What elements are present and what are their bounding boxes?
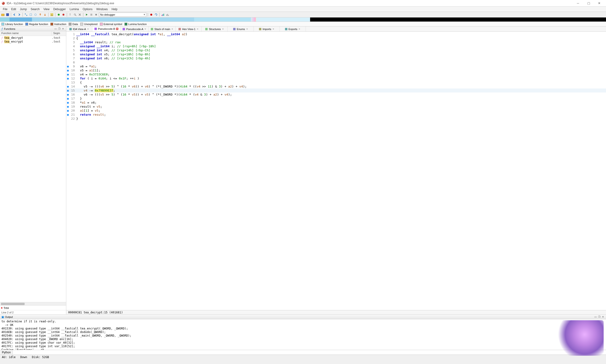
code-line[interactable]: 5 unsigned int v4; // [rsp+14h] [rbp-Ch]	[66, 48, 606, 52]
panel-close-icon[interactable]: ✕	[601, 315, 605, 319]
code-line[interactable]: ●14 v5 -= (((v6 >> 5) ^ (16 * v6)) + v6)…	[66, 84, 606, 89]
tab-ida-view-a[interactable]: IDA View-A✕	[66, 26, 92, 31]
breakpoint-gutter[interactable]	[66, 32, 70, 36]
code-line[interactable]: 1__int64 __fastcall tea_decrypt(unsigned…	[66, 32, 606, 36]
tab-close-icon[interactable]: ✕	[222, 28, 224, 30]
panel-window-icon[interactable]: ▭	[594, 315, 597, 319]
code-line[interactable]: ●19 result = v5;	[66, 104, 606, 109]
breakpoint-gutter[interactable]: ●	[66, 92, 70, 96]
output-command-input[interactable]	[13, 350, 606, 354]
menu-lumina[interactable]: Lumina	[68, 7, 81, 11]
tool1-icon[interactable]	[24, 13, 28, 16]
tab-hex-view-1[interactable]: Hex View-1✕	[176, 26, 202, 31]
functions-list[interactable]: 𝑓tea_decrypt.text𝑓tea_encrypt.text	[0, 36, 66, 302]
code-line[interactable]: 13 {	[66, 80, 606, 84]
code-line[interactable]: ●15 v4 -= 0x79B99E37;	[66, 89, 606, 92]
tab-close-icon[interactable]: ✕	[196, 28, 199, 30]
breakpoint-gutter[interactable]	[66, 52, 70, 56]
tab-pseudocode-b[interactable]: Pseudocode-B✕	[92, 26, 121, 32]
code-line[interactable]: 2{	[66, 36, 606, 40]
tab-close-icon[interactable]: ✕	[144, 28, 147, 30]
code-line[interactable]: ●11 v4 = 0x3733C6E0;	[66, 72, 606, 76]
minimize-button[interactable]: ─	[573, 0, 583, 7]
forward-icon[interactable]	[17, 13, 21, 16]
tab-exports[interactable]: Exports✕	[280, 26, 306, 31]
stop-icon[interactable]	[94, 13, 98, 16]
output-text[interactable]: to determine if it is read-only. -> OK 4…	[0, 319, 606, 350]
menu-view[interactable]: View	[41, 7, 51, 11]
tab-stack-of-main[interactable]: Stack of main✕	[149, 26, 176, 31]
menu-jump[interactable]: Jump	[18, 7, 29, 11]
breakpoint-gutter[interactable]	[66, 36, 70, 40]
breakpoint-gutter[interactable]: ●	[66, 72, 70, 76]
menu-debugger[interactable]: Debugger	[51, 7, 68, 11]
code-line[interactable]: ●18 *a1 = v6;	[66, 101, 606, 104]
tab-close-icon[interactable]: ✕	[87, 28, 89, 30]
breakpoint-gutter[interactable]	[66, 44, 70, 48]
arrow-down-icon[interactable]	[43, 13, 47, 16]
breakpoint-gutter[interactable]: ●	[66, 84, 70, 89]
function-row[interactable]: 𝑓tea_decrypt.text	[0, 36, 66, 40]
breakpoint-gutter[interactable]	[66, 48, 70, 52]
code-line[interactable]: ●16 v6 -= (((v5 >> 5) ^ (16 * v5)) + v5)…	[66, 92, 606, 96]
dot-green-icon[interactable]	[57, 13, 61, 16]
breakpoint-gutter[interactable]	[66, 40, 70, 44]
bp-icon[interactable]	[149, 13, 153, 16]
debugger-select[interactable]: No debugger ▾	[99, 13, 146, 17]
code-line[interactable]: ●21 return result;	[66, 113, 606, 117]
play-icon[interactable]	[85, 13, 89, 16]
breakpoint-gutter[interactable]: ●	[66, 68, 70, 72]
tab-imports[interactable]: Imports✕	[254, 26, 280, 31]
clear-filter-icon[interactable]: ✖	[1, 306, 3, 310]
open-icon[interactable]	[1, 13, 5, 16]
breakpoint-gutter[interactable]: ●	[66, 89, 70, 92]
menu-file[interactable]: File	[1, 7, 9, 11]
breakpoint-gutter[interactable]	[66, 117, 70, 121]
chart1-icon[interactable]	[161, 13, 165, 16]
breakpoint-gutter[interactable]: ●	[66, 104, 70, 109]
breakpoint-gutter[interactable]: ●	[66, 109, 70, 113]
code-line[interactable]: 8	[66, 60, 606, 64]
panel-window-icon[interactable]: ▭	[54, 27, 57, 30]
function-row[interactable]: 𝑓tea_encrypt.text	[0, 40, 66, 43]
dot-red-icon[interactable]	[62, 13, 65, 16]
menu-edit[interactable]: Edit	[9, 7, 18, 11]
tab-enums[interactable]: Enums✕	[228, 26, 254, 31]
breakpoint-gutter[interactable]	[66, 80, 70, 84]
save-icon[interactable]	[6, 13, 10, 16]
chart2-icon[interactable]	[166, 13, 170, 16]
breakpoint-gutter[interactable]: ●	[66, 76, 70, 80]
code-line[interactable]: ●17 }	[66, 96, 606, 101]
pseudocode-view[interactable]: 1__int64 __fastcall tea_decrypt(unsigned…	[66, 32, 606, 310]
col-function-name[interactable]: Function name	[0, 31, 52, 36]
breakpoint-gutter[interactable]: ●	[66, 101, 70, 104]
breakpoint-gutter[interactable]	[66, 60, 70, 64]
pause-icon[interactable]	[90, 13, 93, 16]
functions-hscroll[interactable]	[0, 302, 66, 305]
breakpoint-gutter[interactable]: ●	[66, 64, 70, 68]
tab-structures[interactable]: Structures✕	[202, 26, 228, 31]
maximize-button[interactable]: ▢	[583, 0, 594, 7]
tool3-icon[interactable]	[34, 13, 37, 16]
code-line[interactable]: ●20 a1[1] = v5;	[66, 109, 606, 113]
breakpoint-gutter[interactable]	[66, 56, 70, 60]
back-icon[interactable]	[13, 13, 16, 16]
tab-close-icon[interactable]: ✕	[171, 28, 174, 30]
menu-windows[interactable]: Windows	[94, 7, 110, 11]
functions-filter[interactable]: ✖ tea	[0, 305, 66, 310]
tab-pseudocode-a[interactable]: Pseudocode-A✕	[121, 26, 149, 31]
highlight-icon[interactable]: A	[50, 13, 54, 16]
tab-close-icon[interactable]: ✕	[116, 28, 118, 30]
menu-options[interactable]: Options	[81, 7, 94, 11]
code-line[interactable]: ●10 v5 = a1[1];	[66, 68, 606, 72]
tab-close-icon[interactable]: ✕	[272, 28, 275, 30]
text-icon[interactable]: T	[68, 13, 72, 16]
panel-restore-icon[interactable]: ❐	[597, 315, 601, 319]
arrow-up-icon[interactable]	[38, 13, 42, 16]
close-button[interactable]: ✕	[594, 0, 605, 7]
menu-search[interactable]: Search	[29, 7, 41, 11]
code-line[interactable]: 4 unsigned __int64 i; // [rsp+8h] [rbp-1…	[66, 44, 606, 48]
tool2-icon[interactable]	[29, 13, 33, 16]
refresh-icon[interactable]	[154, 13, 158, 16]
panel-close-icon[interactable]: ✕	[61, 27, 65, 30]
